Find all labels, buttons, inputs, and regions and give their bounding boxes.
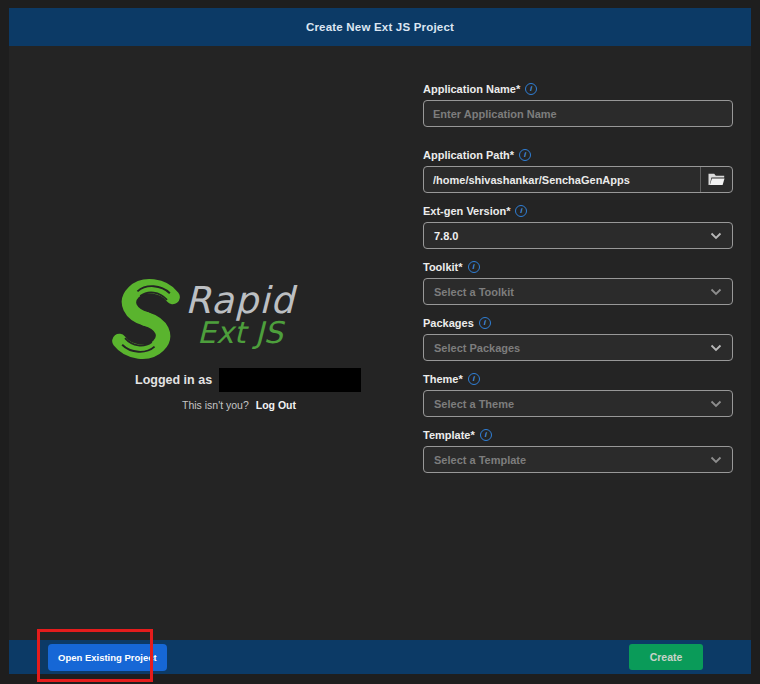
folder-icon bbox=[708, 173, 725, 186]
template-select[interactable]: Select a Template bbox=[423, 446, 733, 473]
field-toolkit: Toolkit* i Select a Toolkit bbox=[423, 260, 733, 305]
branding-panel: Rapid Ext JS Logged in as This isn't you… bbox=[109, 278, 359, 411]
dialog-body: Rapid Ext JS Logged in as This isn't you… bbox=[9, 46, 751, 640]
dialog-title: Create New Ext JS Project bbox=[306, 21, 454, 33]
packages-select[interactable]: Select Packages bbox=[423, 334, 733, 361]
template-label: Template* bbox=[423, 429, 475, 441]
info-icon[interactable]: i bbox=[468, 373, 480, 385]
open-existing-project-button[interactable]: Open Existing Project bbox=[48, 644, 167, 671]
template-label-row: Template* i bbox=[423, 428, 733, 441]
info-icon[interactable]: i bbox=[480, 429, 492, 441]
extgen-version-select[interactable]: 7.8.0 bbox=[423, 222, 733, 249]
chevron-down-icon bbox=[710, 232, 722, 240]
application-name-label: Application Name* bbox=[423, 83, 520, 95]
dialog-footer: Open Existing Project Create bbox=[9, 640, 751, 674]
logo-text-rapid: Rapid bbox=[185, 282, 295, 319]
field-theme: Theme* i Select a Theme bbox=[423, 372, 733, 417]
not-you-text: This isn't you? bbox=[182, 399, 249, 411]
info-icon[interactable]: i bbox=[515, 205, 527, 217]
application-path-label-row: Application Path* i bbox=[423, 148, 733, 161]
application-path-control bbox=[423, 166, 733, 193]
chevron-down-icon bbox=[710, 456, 722, 464]
application-path-input[interactable] bbox=[424, 167, 700, 192]
field-packages: Packages i Select Packages bbox=[423, 316, 733, 361]
toolkit-value: Select a Toolkit bbox=[434, 286, 514, 298]
account-switch-row: This isn't you? Log Out bbox=[109, 399, 359, 411]
toolkit-label-row: Toolkit* i bbox=[423, 260, 733, 273]
chevron-down-icon bbox=[710, 344, 722, 352]
toolkit-select[interactable]: Select a Toolkit bbox=[423, 278, 733, 305]
template-value: Select a Template bbox=[434, 454, 526, 466]
browse-folder-button[interactable] bbox=[700, 167, 732, 192]
new-project-form: Application Name* i Application Path* i bbox=[423, 82, 733, 484]
info-icon[interactable]: i bbox=[525, 83, 537, 95]
logged-in-label: Logged in as bbox=[135, 373, 212, 387]
extgen-version-value: 7.8.0 bbox=[434, 230, 458, 242]
chevron-down-icon bbox=[710, 400, 722, 408]
extgen-version-label-row: Ext-gen Version* i bbox=[423, 204, 733, 217]
theme-label: Theme* bbox=[423, 373, 463, 385]
logo-wordmark: Rapid Ext JS bbox=[185, 282, 295, 348]
info-icon[interactable]: i bbox=[468, 261, 480, 273]
field-application-path: Application Path* i bbox=[423, 148, 733, 193]
field-application-name: Application Name* i bbox=[423, 82, 733, 127]
info-icon[interactable]: i bbox=[519, 149, 531, 161]
application-name-input[interactable] bbox=[423, 100, 733, 127]
chevron-down-icon bbox=[710, 288, 722, 296]
logged-in-row: Logged in as bbox=[135, 368, 359, 392]
logout-link[interactable]: Log Out bbox=[256, 399, 296, 411]
redacted-username bbox=[219, 368, 361, 392]
toolkit-label: Toolkit* bbox=[423, 261, 463, 273]
rapid-ext-js-logo: Rapid Ext JS bbox=[109, 278, 359, 360]
extgen-version-label: Ext-gen Version* bbox=[423, 205, 510, 217]
logo-s-icon bbox=[109, 278, 183, 360]
application-name-label-row: Application Name* i bbox=[423, 82, 733, 95]
theme-label-row: Theme* i bbox=[423, 372, 733, 385]
logo-text-extjs: Ext JS bbox=[185, 317, 295, 348]
packages-label: Packages bbox=[423, 317, 474, 329]
field-template: Template* i Select a Template bbox=[423, 428, 733, 473]
packages-value: Select Packages bbox=[434, 342, 520, 354]
packages-label-row: Packages i bbox=[423, 316, 733, 329]
theme-select[interactable]: Select a Theme bbox=[423, 390, 733, 417]
create-button[interactable]: Create bbox=[629, 644, 703, 670]
application-path-label: Application Path* bbox=[423, 149, 514, 161]
field-extgen-version: Ext-gen Version* i 7.8.0 bbox=[423, 204, 733, 249]
dialog-titlebar: Create New Ext JS Project bbox=[9, 8, 751, 46]
theme-value: Select a Theme bbox=[434, 398, 514, 410]
info-icon[interactable]: i bbox=[479, 317, 491, 329]
